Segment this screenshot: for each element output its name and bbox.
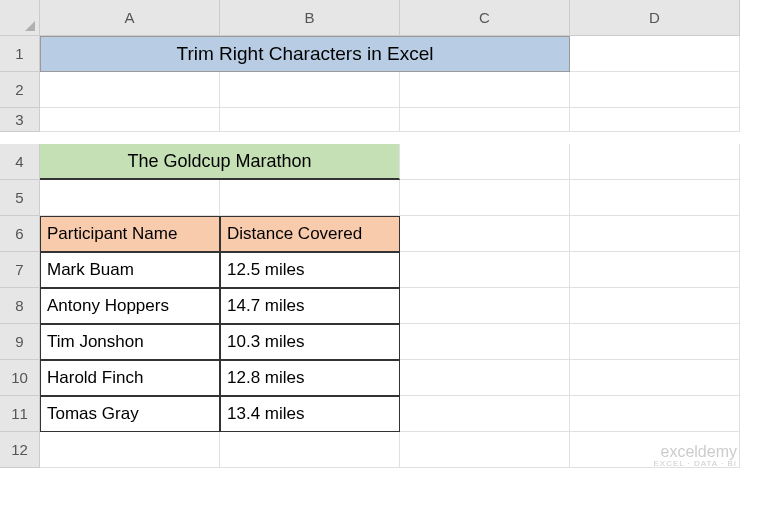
- header-participant-name[interactable]: Participant Name: [40, 216, 220, 252]
- col-header-b[interactable]: B: [220, 0, 400, 36]
- cell-b3[interactable]: [220, 108, 400, 132]
- table-row[interactable]: Tim Jonshon: [40, 324, 220, 360]
- cell-b12[interactable]: [220, 432, 400, 468]
- table-row[interactable]: 12.8 miles: [220, 360, 400, 396]
- cell-c2[interactable]: [400, 72, 570, 108]
- row-header-2[interactable]: 2: [0, 72, 40, 108]
- table-row[interactable]: Harold Finch: [40, 360, 220, 396]
- cell-d7[interactable]: [570, 252, 740, 288]
- cell-b5[interactable]: [220, 180, 400, 216]
- cell-a2[interactable]: [40, 72, 220, 108]
- spreadsheet-grid: A B C D 1 Trim Right Characters in Excel…: [0, 0, 767, 468]
- cell-a3[interactable]: [40, 108, 220, 132]
- cell-d5[interactable]: [570, 180, 740, 216]
- row-header-6[interactable]: 6: [0, 216, 40, 252]
- col-header-a[interactable]: A: [40, 0, 220, 36]
- cell-b2[interactable]: [220, 72, 400, 108]
- cell-c3[interactable]: [400, 108, 570, 132]
- col-header-c[interactable]: C: [400, 0, 570, 36]
- row-header-5[interactable]: 5: [0, 180, 40, 216]
- row-header-10[interactable]: 10: [0, 360, 40, 396]
- table-row[interactable]: Tomas Gray: [40, 396, 220, 432]
- cell-a12[interactable]: [40, 432, 220, 468]
- header-distance-covered[interactable]: Distance Covered: [220, 216, 400, 252]
- cell-c12[interactable]: [400, 432, 570, 468]
- row-header-1[interactable]: 1: [0, 36, 40, 72]
- row-header-3[interactable]: 3: [0, 108, 40, 132]
- table-row[interactable]: Antony Hoppers: [40, 288, 220, 324]
- cell-c10[interactable]: [400, 360, 570, 396]
- table-row[interactable]: 10.3 miles: [220, 324, 400, 360]
- cell-c8[interactable]: [400, 288, 570, 324]
- select-all-corner[interactable]: [0, 0, 40, 36]
- cell-d10[interactable]: [570, 360, 740, 396]
- cell-d3[interactable]: [570, 108, 740, 132]
- col-header-d[interactable]: D: [570, 0, 740, 36]
- cell-d1[interactable]: [570, 36, 740, 72]
- cell-c9[interactable]: [400, 324, 570, 360]
- cell-d8[interactable]: [570, 288, 740, 324]
- table-row[interactable]: 14.7 miles: [220, 288, 400, 324]
- row-header-9[interactable]: 9: [0, 324, 40, 360]
- cell-c7[interactable]: [400, 252, 570, 288]
- cell-c6[interactable]: [400, 216, 570, 252]
- row-header-8[interactable]: 8: [0, 288, 40, 324]
- row-header-7[interactable]: 7: [0, 252, 40, 288]
- cell-d2[interactable]: [570, 72, 740, 108]
- cell-d11[interactable]: [570, 396, 740, 432]
- cell-d9[interactable]: [570, 324, 740, 360]
- row-header-11[interactable]: 11: [0, 396, 40, 432]
- cell-d6[interactable]: [570, 216, 740, 252]
- table-row[interactable]: 13.4 miles: [220, 396, 400, 432]
- table-row[interactable]: Mark Buam: [40, 252, 220, 288]
- subtitle-cell[interactable]: The Goldcup Marathon: [40, 144, 400, 180]
- cell-d4[interactable]: [570, 144, 740, 180]
- row-header-4[interactable]: 4: [0, 144, 40, 180]
- cell-a5[interactable]: [40, 180, 220, 216]
- row-header-12[interactable]: 12: [0, 432, 40, 468]
- cell-c11[interactable]: [400, 396, 570, 432]
- cell-c5[interactable]: [400, 180, 570, 216]
- cell-c4[interactable]: [400, 144, 570, 180]
- cell-d12[interactable]: [570, 432, 740, 468]
- table-row[interactable]: 12.5 miles: [220, 252, 400, 288]
- title-cell[interactable]: Trim Right Characters in Excel: [40, 36, 570, 72]
